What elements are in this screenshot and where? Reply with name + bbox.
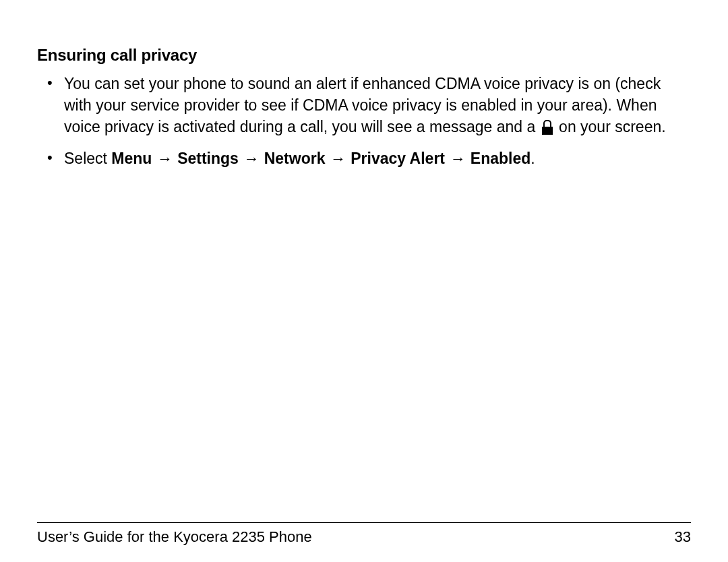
nav-step: Enabled xyxy=(471,150,530,167)
section-heading: Ensuring call privacy xyxy=(37,46,691,65)
body-text: Select xyxy=(64,150,111,167)
arrow-icon: → xyxy=(330,150,346,167)
arrow-icon: → xyxy=(449,150,466,167)
body-text: on your screen. xyxy=(559,118,666,135)
page-footer: User’s Guide for the Kyocera 2235 Phone … xyxy=(37,528,691,546)
bullet-list: You can set your phone to sound an alert… xyxy=(37,73,691,170)
footer-divider xyxy=(37,522,691,523)
list-item: You can set your phone to sound an alert… xyxy=(37,73,691,138)
nav-step: Menu xyxy=(111,150,152,167)
nav-step: Network xyxy=(264,150,326,167)
arrow-icon: → xyxy=(156,150,173,167)
nav-step: Settings xyxy=(177,150,239,167)
padlock-icon xyxy=(542,120,553,135)
body-text: . xyxy=(530,150,535,167)
page-number: 33 xyxy=(675,528,691,546)
footer-title: User’s Guide for the Kyocera 2235 Phone xyxy=(37,528,312,546)
arrow-icon: → xyxy=(243,150,260,167)
nav-step: Privacy Alert xyxy=(351,150,445,167)
list-item: Select Menu → Settings → Network → Priva… xyxy=(37,148,691,170)
